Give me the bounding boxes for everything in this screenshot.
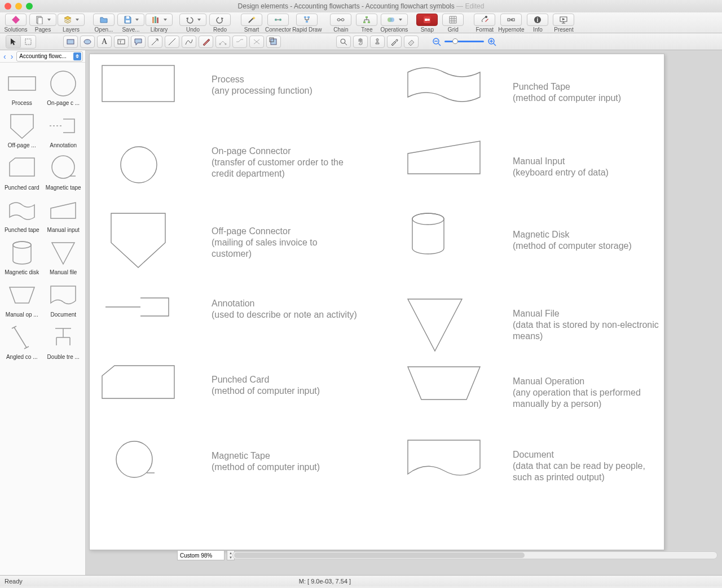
rect-tool[interactable] (63, 36, 78, 48)
svg-rect-15 (363, 21, 366, 23)
crop-tool[interactable] (266, 36, 281, 48)
svg-rect-23 (508, 19, 510, 21)
palette-annot[interactable]: Annotation (44, 108, 83, 148)
toolbar-pages[interactable]: Pages (29, 14, 56, 33)
stamp-tool[interactable] (370, 36, 385, 48)
toolbar-undo[interactable]: Undo (179, 14, 206, 33)
toolbar-label: Open... (95, 27, 113, 33)
main-toolbar: SolutionsPagesLayersOpen...Save...Librar… (0, 12, 722, 33)
text-select-tool[interactable] (21, 36, 36, 48)
toolbar-present[interactable]: Present (551, 14, 576, 33)
canvas-item-right-0[interactable]: Punched Tape(method of computer input) (406, 64, 621, 121)
toolbar-save-[interactable]: Save... (117, 14, 144, 33)
svg-point-18 (390, 17, 394, 22)
toolbar-tree[interactable]: Tree (354, 14, 379, 33)
toolbar-redo[interactable]: Redo (208, 14, 232, 33)
library-selector[interactable]: Accounting flowc... (16, 51, 83, 62)
window-close-icon[interactable] (5, 3, 11, 10)
canvas-item-left-0[interactable]: Process(any processing function) (101, 64, 312, 106)
svg-text:i: i (537, 17, 539, 23)
svg-point-7 (275, 19, 277, 21)
palette-dtree[interactable]: Double tre ... (44, 320, 83, 360)
toolbar-smart[interactable]: Smart (239, 14, 264, 33)
toolbar-library[interactable]: Library (146, 14, 173, 33)
palette-punchtape[interactable]: Punched tape (2, 193, 42, 233)
nav-forward-icon[interactable]: › (10, 52, 15, 61)
workspace: ‹ › Accounting flowc... ProcessOn-page c… (0, 50, 722, 575)
palette-offpage[interactable]: Off-page ... (2, 108, 42, 148)
canvas-item-left-1[interactable]: On-page Connector(transfer of customer o… (101, 139, 358, 186)
toolbar-hypernote[interactable]: Hypernote (498, 14, 524, 33)
ellipse-tool[interactable] (80, 36, 95, 48)
canvas-item-right-4[interactable]: Manual Operation(any operation that is p… (406, 365, 659, 421)
zoom-in-icon[interactable] (487, 37, 496, 46)
palette-label: Angled co ... (6, 354, 38, 360)
palette-document[interactable]: Document (44, 278, 83, 318)
canvas-item-right-3[interactable]: Manual File(data that is stored by non-e… (406, 297, 659, 353)
arrow-tool[interactable] (148, 36, 162, 48)
toolbar-grid[interactable]: Grid (441, 14, 465, 33)
svg-point-30 (84, 40, 91, 44)
zoom-tool[interactable] (336, 36, 351, 48)
svg-rect-3 (126, 16, 129, 19)
palette-triangle[interactable]: Manual file (44, 235, 83, 275)
titlebar: Design elements - Accounting flowcharts … (0, 0, 722, 12)
toolbar-format[interactable]: Format (472, 14, 497, 33)
palette-magtape[interactable]: Magnetic tape (44, 151, 83, 191)
palette-disk[interactable]: Magnetic disk (2, 235, 42, 275)
nav-back-icon[interactable]: ‹ (2, 52, 7, 61)
callout-tool[interactable] (131, 36, 146, 48)
palette-manop[interactable]: Manual op ... (2, 278, 42, 318)
connector-tool-3[interactable] (249, 36, 264, 48)
toolbar-snap[interactable]: Snap (415, 14, 439, 33)
toolbar-solutions[interactable]: Solutions (3, 14, 28, 33)
toolbar-info[interactable]: iInfo (525, 14, 550, 33)
line-tool[interactable] (165, 36, 179, 48)
canvas-item-left-3[interactable]: Annotation(used to describe or note an a… (101, 297, 357, 322)
shape-desc: (keyboard entry of data) (513, 167, 609, 178)
spline-tool[interactable] (182, 36, 196, 48)
horizontal-scrollbar[interactable] (232, 551, 717, 559)
canvas-item-left-4[interactable]: Punched Card(method of computer input) (101, 365, 320, 406)
eraser-tool[interactable] (404, 36, 419, 48)
zoom-out-icon[interactable] (432, 37, 441, 46)
toolbar-chain[interactable]: Chain (328, 14, 353, 33)
toolbar-rapid-draw[interactable]: Rapid Draw (292, 14, 322, 33)
zoom-slider[interactable] (444, 41, 484, 42)
palette-circle[interactable]: On-page c ... (44, 66, 83, 106)
palette-punchcard[interactable]: Punched card (2, 151, 42, 191)
window-max-icon[interactable] (26, 3, 33, 10)
svg-point-45 (121, 147, 157, 183)
hand-tool[interactable] (353, 36, 368, 48)
connector-tool-2[interactable] (232, 36, 247, 48)
eyedropper-tool[interactable] (387, 36, 402, 48)
zoom-field[interactable]: Custom 98% (177, 550, 224, 560)
canvas-item-right-2[interactable]: Magnetic Disk(method of computer storage… (406, 212, 632, 269)
svg-rect-5 (155, 16, 156, 23)
svg-rect-2 (126, 20, 130, 23)
palette-label: Manual input (47, 227, 80, 233)
connector-tool-1[interactable] (215, 36, 230, 48)
toolbar-operations[interactable]: Operations (380, 14, 408, 33)
textbox-tool[interactable]: T (114, 36, 129, 48)
canvas-item-left-2[interactable]: Off-page Connector(mailing of sales invo… (101, 212, 358, 273)
palette-rect[interactable]: Process (2, 66, 42, 106)
svg-point-37 (341, 39, 345, 43)
toolbar-open-[interactable]: Open... (91, 14, 116, 33)
text-tool[interactable]: A (97, 36, 112, 48)
canvas[interactable]: Process(any processing function)On-page … (89, 54, 664, 550)
window-min-icon[interactable] (15, 3, 22, 10)
palette-angled[interactable]: Angled co ... (2, 320, 42, 360)
palette-label: Annotation (50, 142, 77, 148)
canvas-item-left-5[interactable]: Magnetic Tape(method of computer input) (101, 438, 320, 485)
palette-maninput[interactable]: Manual input (44, 193, 83, 233)
pen-tool[interactable] (199, 36, 213, 48)
toolbar-layers[interactable]: Layers (58, 14, 85, 33)
shape-title: Magnetic Tape (212, 450, 320, 462)
pointer-tool[interactable] (6, 36, 21, 48)
toolbar-label: Smart (244, 27, 259, 33)
toolbar-label: Rapid Draw (292, 27, 322, 33)
toolbar-connector[interactable]: Connector (265, 14, 291, 33)
canvas-item-right-1[interactable]: Manual Input(keyboard entry of data) (406, 139, 609, 195)
canvas-item-right-5[interactable]: Document(data that can be read by people… (406, 438, 659, 494)
